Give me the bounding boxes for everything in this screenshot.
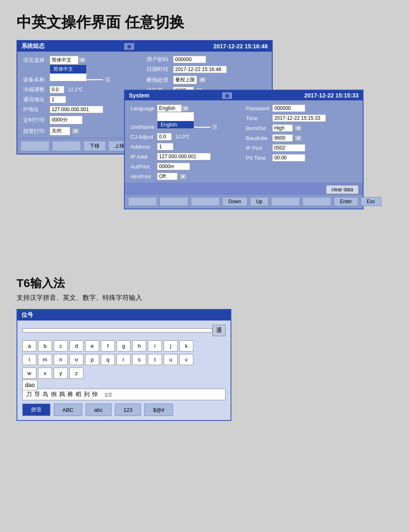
cn-cjadj-val1[interactable]: 0.0 [50,86,64,93]
kb-key-s[interactable]: s [132,354,146,365]
kb-mode-special[interactable]: $@# [144,404,173,416]
kb-mode-pinyin[interactable]: 拼音 [22,404,50,416]
kb-key-n[interactable]: n [54,354,68,365]
kb-key-c[interactable]: c [54,340,68,352]
kb-cand-3[interactable]: 岛 [43,391,48,398]
en-language-dropdown[interactable]: 简体中文 English [157,112,194,129]
en-dd-item-cn[interactable]: 简体中文 [157,112,194,121]
cn-unitname-suffix: 仪 [105,76,110,83]
kb-key-b[interactable]: b [38,340,52,352]
kb-key-m[interactable]: m [38,354,52,365]
cn-language-value[interactable]: 简体中文 [50,56,78,64]
en-time-value[interactable]: 2017-12-22 15:15:33 [272,114,326,122]
cn-btn-down[interactable]: 下移 [83,141,106,151]
cn-almprint-arrow[interactable]: ▼ [72,128,79,134]
en-burnout-value[interactable]: High [272,124,293,132]
en-btn-down[interactable]: Down [222,197,247,206]
kb-cand-4[interactable]: 倒 [51,391,57,398]
cn-language-dropdown[interactable]: 简体中文 English [50,64,87,81]
kb-key-u[interactable]: u [164,354,178,365]
cn-pwd-value[interactable]: 000000 [173,56,206,63]
en-cjadj-val2: 12.0℃ [175,134,190,140]
kb-mode-abc-upper[interactable]: ABC [54,404,82,416]
cn-burnout-value[interactable]: 量程上限 [173,76,197,84]
en-dd-item-en[interactable]: English [157,121,194,128]
en-burnout-label: BurnOut [246,125,271,131]
en-prttime-value[interactable]: 00:00 [272,154,305,162]
kb-cand-2[interactable]: 导 [34,391,40,398]
en-baud-value[interactable]: 9600 [272,134,293,142]
en-btn7[interactable] [302,197,331,206]
cn-almprint-value[interactable]: 关闭 [50,127,70,135]
en-burnout-arrow[interactable]: ▼ [295,125,302,131]
en-port-value[interactable]: 0502 [272,144,305,152]
en-language-value[interactable]: English [157,104,182,112]
en-btn3[interactable] [191,197,220,206]
cn-time-label: 日期时间 [147,66,171,73]
cn-time-value[interactable]: 2017-12-22 15:16:48 [173,66,227,73]
kb-key-z[interactable]: z [69,368,83,379]
cn-dd-item-en[interactable]: English [50,74,86,81]
kb-key-k[interactable]: k [179,340,193,352]
en-prttime-label: Prt Time [246,155,271,161]
kb-key-d[interactable]: d [69,340,83,352]
kb-key-f[interactable]: f [101,340,115,352]
kb-cand-7[interactable]: 稻 [76,391,81,398]
cn-ip-value[interactable]: 127.000.000.001 [50,106,103,113]
en-almprint-value[interactable]: Off [157,173,178,180]
cn-btn1[interactable] [21,141,50,151]
en-btn6[interactable] [271,197,300,206]
kb-key-l[interactable]: l [22,354,36,365]
kb-pinyin-input[interactable]: dao [22,380,38,390]
kb-key-y[interactable]: y [54,368,68,379]
kb-key-v[interactable]: v [179,354,193,365]
en-baud-arrow[interactable]: ▼ [295,135,302,141]
kb-cand-8[interactable]: 到 [84,391,90,398]
en-cjadj-val1[interactable]: 0.0 [157,133,172,140]
cn-btn2[interactable] [52,141,81,151]
kb-cand-1[interactable]: 刀 [26,391,32,398]
kb-cand-9[interactable]: 悼 [92,391,98,398]
cn-address-value[interactable]: 1 [50,96,66,103]
kb-key-g[interactable]: g [117,340,131,352]
en-pwd-label: Password [246,105,271,112]
kb-key-e[interactable]: e [85,340,99,352]
cn-time-row: 日期时间 2017-12-22 15:16:48 [147,66,266,73]
kb-mode-123[interactable]: 123 [115,404,141,416]
en-ip-value[interactable]: 127.000.000.001 [157,153,211,160]
en-prttime-row: Prt Time 00:00 [246,154,357,162]
cn-autoprint-value[interactable]: 0000分 [50,116,83,124]
en-pwd-value[interactable]: 000000 [272,104,305,112]
en-footer: clear data [125,183,363,194]
en-address-value[interactable]: 1 [157,143,174,150]
kb-key-r[interactable]: r [117,354,131,365]
en-btn2[interactable] [159,197,188,206]
en-language-arrow[interactable]: ▼ [182,105,189,112]
cn-language-arrow[interactable]: ▼ [78,57,86,63]
kb-key-j[interactable]: j [164,340,178,352]
kb-key-q[interactable]: q [101,354,115,365]
kb-key-i[interactable]: i [148,340,162,352]
en-btn-enter[interactable]: Enter [334,197,358,206]
clear-data-button[interactable]: clear data [326,185,359,194]
kb-key-p[interactable]: p [85,354,99,365]
kb-keys-row2: l m n o p q r s t u v [22,354,226,365]
en-almprint-arrow[interactable]: ▼ [179,173,187,180]
kb-key-h[interactable]: h [132,340,146,352]
cn-dd-item-cn[interactable]: 简体中文 [50,65,86,74]
kb-cand-6[interactable]: 裤 [67,391,73,398]
cn-burnout-arrow[interactable]: ▼ [199,77,206,83]
kb-cand-5[interactable]: 捣 [59,391,65,398]
kb-text-input[interactable] [22,328,212,332]
en-btn-up[interactable]: Up [250,197,269,206]
en-btn-esc[interactable]: Esc [361,197,381,206]
kb-mode-abc-lower[interactable]: abc [86,404,112,416]
kb-key-w[interactable]: w [22,368,36,379]
en-btn1[interactable] [128,197,157,206]
kb-key-a[interactable]: a [22,340,36,352]
kb-key-o[interactable]: o [69,354,83,365]
en-autoprint-value[interactable]: 0000m [157,163,190,170]
kb-key-t[interactable]: t [148,354,162,365]
kb-text-suffix: 通 [212,325,226,336]
kb-key-x[interactable]: x [38,368,52,379]
